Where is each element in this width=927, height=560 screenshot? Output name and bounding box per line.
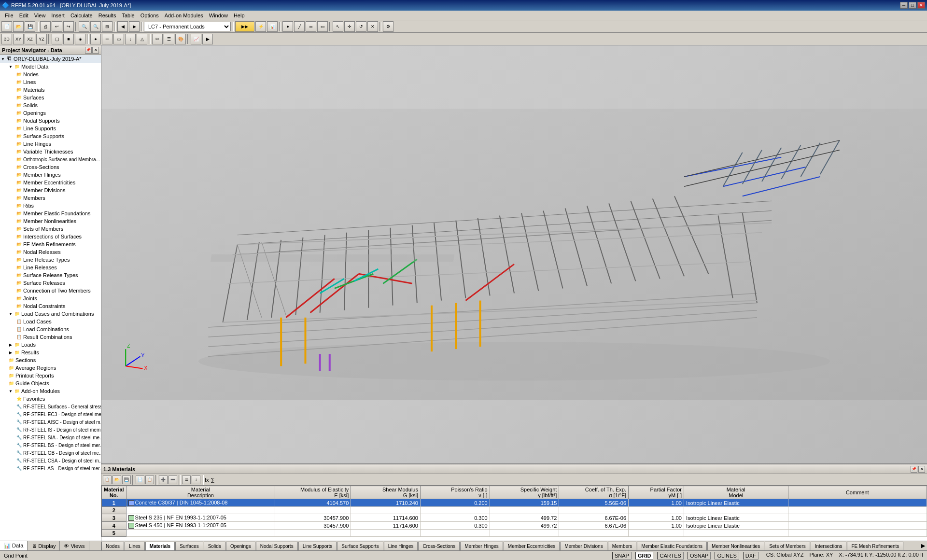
tree-favorites[interactable]: ⭐Favorites (0, 395, 101, 403)
cell-g[interactable]: 11714.600 (351, 514, 421, 522)
cell-comment[interactable] (788, 507, 927, 514)
tab-data[interactable]: 📊 Data (0, 541, 28, 550)
cell-comment[interactable] (788, 530, 927, 537)
tree-nodal-constraints[interactable]: 📂Nodal Constraints (0, 302, 101, 310)
tree-average-regions[interactable]: 📁Average Regions (0, 364, 101, 372)
tree-connection-two-members[interactable]: 📂Connection of Two Members (0, 287, 101, 294)
tree-model-data[interactable]: ▼ 📁 Model Data (0, 63, 101, 70)
cell-comment[interactable] (788, 499, 927, 507)
delete-btn[interactable]: ✕ (367, 21, 378, 32)
cell-description[interactable] (126, 530, 275, 537)
print-btn[interactable]: 🖨 (40, 21, 51, 32)
data-panel-pin[interactable]: 📌 (911, 466, 917, 473)
cell-description[interactable]: Steel S 450 | NF EN 1993-1-1:2007-05 (126, 522, 275, 530)
tree-rf-steel-surfaces[interactable]: 🔧RF-STEEL Surfaces - General stress... (0, 403, 101, 410)
animation-btn[interactable]: ▶ (202, 34, 213, 44)
menu-results[interactable]: Results (96, 12, 119, 19)
zoom-out-btn[interactable]: 🔍 (90, 21, 101, 32)
tree-nodal-releases[interactable]: 📂Nodal Releases (0, 248, 101, 256)
cell-gamma[interactable] (490, 530, 559, 537)
tree-rf-steel-aisc[interactable]: 🔧RF-STEEL AISC - Design of steel m... (0, 418, 101, 426)
close-panel-button[interactable]: ✕ (92, 47, 99, 54)
zoom-all-btn[interactable]: ⊞ (102, 21, 112, 32)
tree-sets-of-members[interactable]: 📂Sets of Members (0, 225, 101, 233)
tree-cross-sections[interactable]: 📂Cross-Sections (0, 163, 101, 171)
tab-nodes[interactable]: Nodes (101, 542, 124, 550)
maximize-button[interactable]: □ (909, 2, 916, 9)
select-btn[interactable]: ↖ (333, 21, 343, 32)
table-filter-btn[interactable]: ☰ (182, 476, 191, 484)
cell-nu[interactable]: 0.300 (420, 522, 490, 530)
tree-surface-supports[interactable]: 📂Surface Supports (0, 132, 101, 140)
tree-surface-release-types[interactable]: 📂Surface Release Types (0, 271, 101, 279)
tree-rf-steel-bs[interactable]: 🔧RF-STEEL BS - Design of steel mer... (0, 441, 101, 449)
cell-model[interactable]: Isotropic Linear Elastic (684, 514, 788, 522)
tree-load-combinations[interactable]: 📋Load Combinations (0, 325, 101, 333)
cell-alpha[interactable]: 5.56E-06 (559, 499, 629, 507)
load-case-dropdown[interactable]: LC7 - Permanent Loads (144, 22, 231, 31)
cell-model[interactable] (684, 507, 788, 514)
table-add-row-btn[interactable]: ➕ (159, 476, 168, 484)
tree-variable-thicknesses[interactable]: 📂Variable Thicknesses (0, 148, 101, 155)
menu-file[interactable]: File (2, 12, 16, 19)
cell-description[interactable]: Steel S 235 | NF EN 1993-1-1:2007-05 (126, 514, 275, 522)
zoom-in-btn[interactable]: 🔍 (79, 21, 89, 32)
tab-openings[interactable]: Openings (226, 542, 255, 550)
menu-options[interactable]: Options (138, 12, 162, 19)
cell-gamma[interactable]: 499.72 (490, 514, 559, 522)
new-btn[interactable]: 📄 (1, 21, 12, 32)
cell-partial-factor[interactable]: 1.00 (629, 499, 684, 507)
cell-alpha[interactable]: 6.67E-06 (559, 522, 629, 530)
cell-partial-factor[interactable]: 1.00 (629, 514, 684, 522)
cell-g[interactable]: 11714.600 (351, 522, 421, 530)
surface-btn[interactable]: ▭ (317, 21, 328, 32)
cell-nu[interactable] (420, 507, 490, 514)
display-settings-btn[interactable]: ⚙ (383, 21, 393, 32)
tree-results[interactable]: ▶ 📁 Results (0, 349, 101, 356)
redo-btn[interactable]: ↪ (63, 21, 74, 32)
viewport[interactable]: Y X Z (101, 45, 927, 463)
tab-cross-sections[interactable]: Cross-Sections (418, 542, 460, 550)
tab-lines[interactable]: Lines (125, 542, 145, 550)
tree-rf-steel-ec3[interactable]: 🔧RF-STEEL EC3 - Design of steel me... (0, 410, 101, 418)
tab-line-hinges[interactable]: Line Hinges (384, 542, 418, 550)
cell-gamma[interactable] (490, 507, 559, 514)
grid-toggle[interactable]: GRID (635, 552, 654, 560)
tree-member-hinges[interactable]: 📂Member Hinges (0, 171, 101, 179)
line-btn[interactable]: ╱ (294, 21, 305, 32)
tree-line-supports[interactable]: 📂Line Supports (0, 125, 101, 132)
table-sort-btn[interactable]: ↕ (192, 476, 200, 484)
tree-solids[interactable]: 📂Solids (0, 101, 101, 109)
table-row[interactable]: 2 (102, 507, 927, 514)
menu-view[interactable]: View (31, 12, 49, 19)
tab-fe-mesh-refinements[interactable]: FE Mesh Refinements (847, 542, 903, 550)
show-loads-btn[interactable]: ↓ (125, 34, 136, 44)
cell-g[interactable]: 1710.240 (351, 499, 421, 507)
table-paste-btn[interactable]: 📋 (145, 476, 154, 484)
cell-gamma[interactable]: 159.15 (490, 499, 559, 507)
table-row[interactable]: 5 (102, 530, 927, 537)
tree-member-eccentricities[interactable]: 📂Member Eccentricities (0, 179, 101, 186)
view-xz-btn[interactable]: XZ (25, 34, 35, 44)
data-table-container[interactable]: MaterialNo. MaterialDescription Modulus … (101, 486, 927, 541)
tree-result-combinations[interactable]: 📋Result Combinations (0, 333, 101, 341)
tree-loads[interactable]: ▶ 📁 Loads (0, 341, 101, 349)
table-row[interactable]: 1Concrete C30/37 | DIN 1045-1:2008-08410… (102, 499, 927, 507)
tree-load-cases[interactable]: 📋Load Cases (0, 318, 101, 325)
tree-guide-objects[interactable]: 📁Guide Objects (0, 379, 101, 387)
rotate-btn[interactable]: ↺ (356, 21, 366, 32)
cell-e[interactable]: 4104.570 (275, 499, 351, 507)
node-btn[interactable]: ● (282, 21, 293, 32)
data-panel-close[interactable]: ✕ (918, 466, 925, 473)
cell-alpha[interactable]: 6.67E-06 (559, 514, 629, 522)
show-supports-btn[interactable]: △ (137, 34, 147, 44)
table-new-btn[interactable]: 📋 (103, 476, 112, 484)
table-copy-btn[interactable]: 📄 (136, 476, 144, 484)
tree-intersections[interactable]: 📂Intersections of Surfaces (0, 233, 101, 240)
cell-model[interactable]: Isotropic Linear Elastic (684, 499, 788, 507)
cell-model[interactable]: Isotropic Linear Elastic (684, 522, 788, 530)
undo-btn[interactable]: ↩ (52, 21, 62, 32)
dxf-toggle[interactable]: DXF (743, 552, 758, 560)
cell-e[interactable] (275, 530, 351, 537)
cell-nu[interactable] (420, 530, 490, 537)
